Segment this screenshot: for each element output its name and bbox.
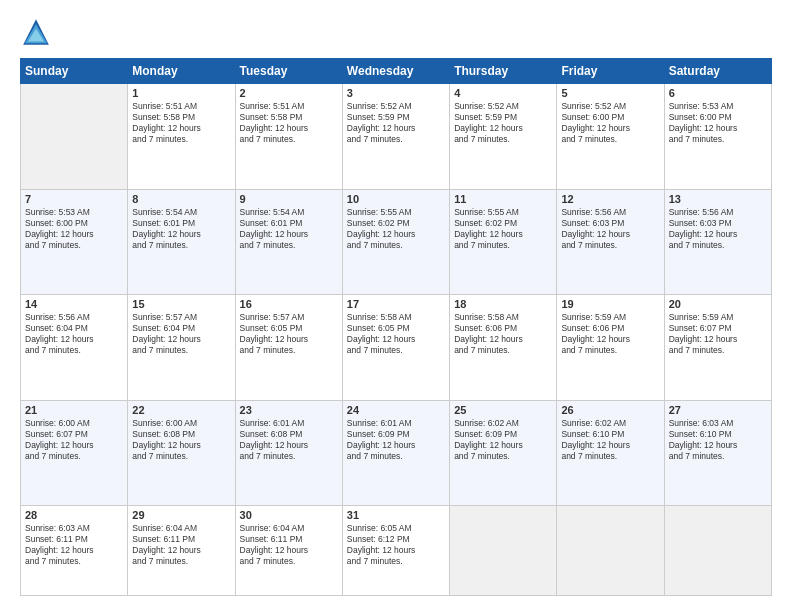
day-number: 14 xyxy=(25,298,123,310)
logo xyxy=(20,16,56,48)
week-row-0: 1Sunrise: 5:51 AM Sunset: 5:58 PM Daylig… xyxy=(21,84,772,190)
logo-icon xyxy=(20,16,52,48)
day-number: 30 xyxy=(240,509,338,521)
week-row-1: 7Sunrise: 5:53 AM Sunset: 6:00 PM Daylig… xyxy=(21,189,772,295)
calendar-cell: 4Sunrise: 5:52 AM Sunset: 5:59 PM Daylig… xyxy=(450,84,557,190)
calendar-cell: 28Sunrise: 6:03 AM Sunset: 6:11 PM Dayli… xyxy=(21,506,128,596)
day-number: 5 xyxy=(561,87,659,99)
calendar-cell: 18Sunrise: 5:58 AM Sunset: 6:06 PM Dayli… xyxy=(450,295,557,401)
calendar-cell: 19Sunrise: 5:59 AM Sunset: 6:06 PM Dayli… xyxy=(557,295,664,401)
day-number: 29 xyxy=(132,509,230,521)
calendar-cell: 15Sunrise: 5:57 AM Sunset: 6:04 PM Dayli… xyxy=(128,295,235,401)
calendar-table: SundayMondayTuesdayWednesdayThursdayFrid… xyxy=(20,58,772,596)
calendar-cell: 23Sunrise: 6:01 AM Sunset: 6:08 PM Dayli… xyxy=(235,400,342,506)
calendar-cell: 16Sunrise: 5:57 AM Sunset: 6:05 PM Dayli… xyxy=(235,295,342,401)
weekday-header-friday: Friday xyxy=(557,59,664,84)
day-info: Sunrise: 6:02 AM Sunset: 6:09 PM Dayligh… xyxy=(454,418,552,462)
day-info: Sunrise: 5:53 AM Sunset: 6:00 PM Dayligh… xyxy=(25,207,123,251)
day-info: Sunrise: 6:03 AM Sunset: 6:10 PM Dayligh… xyxy=(669,418,767,462)
day-number: 31 xyxy=(347,509,445,521)
weekday-header-thursday: Thursday xyxy=(450,59,557,84)
calendar-cell: 25Sunrise: 6:02 AM Sunset: 6:09 PM Dayli… xyxy=(450,400,557,506)
day-info: Sunrise: 6:02 AM Sunset: 6:10 PM Dayligh… xyxy=(561,418,659,462)
day-number: 12 xyxy=(561,193,659,205)
day-info: Sunrise: 5:54 AM Sunset: 6:01 PM Dayligh… xyxy=(240,207,338,251)
day-number: 16 xyxy=(240,298,338,310)
day-number: 27 xyxy=(669,404,767,416)
day-number: 7 xyxy=(25,193,123,205)
calendar-cell: 6Sunrise: 5:53 AM Sunset: 6:00 PM Daylig… xyxy=(664,84,771,190)
calendar-cell: 12Sunrise: 5:56 AM Sunset: 6:03 PM Dayli… xyxy=(557,189,664,295)
calendar-cell xyxy=(664,506,771,596)
day-number: 9 xyxy=(240,193,338,205)
day-number: 4 xyxy=(454,87,552,99)
week-row-4: 28Sunrise: 6:03 AM Sunset: 6:11 PM Dayli… xyxy=(21,506,772,596)
weekday-header-saturday: Saturday xyxy=(664,59,771,84)
calendar-cell: 20Sunrise: 5:59 AM Sunset: 6:07 PM Dayli… xyxy=(664,295,771,401)
day-number: 24 xyxy=(347,404,445,416)
calendar-header: SundayMondayTuesdayWednesdayThursdayFrid… xyxy=(21,59,772,84)
day-info: Sunrise: 5:56 AM Sunset: 6:03 PM Dayligh… xyxy=(561,207,659,251)
day-number: 6 xyxy=(669,87,767,99)
header xyxy=(20,16,772,48)
calendar-cell: 11Sunrise: 5:55 AM Sunset: 6:02 PM Dayli… xyxy=(450,189,557,295)
calendar-cell xyxy=(21,84,128,190)
day-number: 25 xyxy=(454,404,552,416)
day-number: 8 xyxy=(132,193,230,205)
day-info: Sunrise: 5:54 AM Sunset: 6:01 PM Dayligh… xyxy=(132,207,230,251)
calendar-cell: 13Sunrise: 5:56 AM Sunset: 6:03 PM Dayli… xyxy=(664,189,771,295)
calendar-cell: 1Sunrise: 5:51 AM Sunset: 5:58 PM Daylig… xyxy=(128,84,235,190)
weekday-header-tuesday: Tuesday xyxy=(235,59,342,84)
calendar-cell xyxy=(450,506,557,596)
day-info: Sunrise: 6:00 AM Sunset: 6:07 PM Dayligh… xyxy=(25,418,123,462)
day-number: 13 xyxy=(669,193,767,205)
day-info: Sunrise: 5:52 AM Sunset: 5:59 PM Dayligh… xyxy=(454,101,552,145)
week-row-2: 14Sunrise: 5:56 AM Sunset: 6:04 PM Dayli… xyxy=(21,295,772,401)
calendar-cell: 26Sunrise: 6:02 AM Sunset: 6:10 PM Dayli… xyxy=(557,400,664,506)
calendar-cell: 21Sunrise: 6:00 AM Sunset: 6:07 PM Dayli… xyxy=(21,400,128,506)
day-info: Sunrise: 5:52 AM Sunset: 6:00 PM Dayligh… xyxy=(561,101,659,145)
day-number: 22 xyxy=(132,404,230,416)
calendar-cell: 3Sunrise: 5:52 AM Sunset: 5:59 PM Daylig… xyxy=(342,84,449,190)
calendar-cell: 7Sunrise: 5:53 AM Sunset: 6:00 PM Daylig… xyxy=(21,189,128,295)
day-number: 10 xyxy=(347,193,445,205)
page: SundayMondayTuesdayWednesdayThursdayFrid… xyxy=(0,0,792,612)
calendar-cell: 5Sunrise: 5:52 AM Sunset: 6:00 PM Daylig… xyxy=(557,84,664,190)
day-info: Sunrise: 6:05 AM Sunset: 6:12 PM Dayligh… xyxy=(347,523,445,567)
day-number: 20 xyxy=(669,298,767,310)
day-number: 28 xyxy=(25,509,123,521)
calendar-cell: 8Sunrise: 5:54 AM Sunset: 6:01 PM Daylig… xyxy=(128,189,235,295)
calendar-cell: 10Sunrise: 5:55 AM Sunset: 6:02 PM Dayli… xyxy=(342,189,449,295)
calendar-cell: 24Sunrise: 6:01 AM Sunset: 6:09 PM Dayli… xyxy=(342,400,449,506)
calendar-cell xyxy=(557,506,664,596)
day-number: 21 xyxy=(25,404,123,416)
day-info: Sunrise: 5:53 AM Sunset: 6:00 PM Dayligh… xyxy=(669,101,767,145)
day-info: Sunrise: 6:04 AM Sunset: 6:11 PM Dayligh… xyxy=(132,523,230,567)
day-number: 1 xyxy=(132,87,230,99)
day-number: 11 xyxy=(454,193,552,205)
day-number: 26 xyxy=(561,404,659,416)
day-number: 23 xyxy=(240,404,338,416)
calendar-cell: 17Sunrise: 5:58 AM Sunset: 6:05 PM Dayli… xyxy=(342,295,449,401)
day-info: Sunrise: 5:59 AM Sunset: 6:07 PM Dayligh… xyxy=(669,312,767,356)
weekday-header-wednesday: Wednesday xyxy=(342,59,449,84)
day-info: Sunrise: 5:52 AM Sunset: 5:59 PM Dayligh… xyxy=(347,101,445,145)
calendar-cell: 30Sunrise: 6:04 AM Sunset: 6:11 PM Dayli… xyxy=(235,506,342,596)
calendar-cell: 9Sunrise: 5:54 AM Sunset: 6:01 PM Daylig… xyxy=(235,189,342,295)
day-info: Sunrise: 5:55 AM Sunset: 6:02 PM Dayligh… xyxy=(347,207,445,251)
day-info: Sunrise: 6:00 AM Sunset: 6:08 PM Dayligh… xyxy=(132,418,230,462)
day-info: Sunrise: 5:57 AM Sunset: 6:04 PM Dayligh… xyxy=(132,312,230,356)
weekday-header-sunday: Sunday xyxy=(21,59,128,84)
calendar-cell: 2Sunrise: 5:51 AM Sunset: 5:58 PM Daylig… xyxy=(235,84,342,190)
day-number: 2 xyxy=(240,87,338,99)
weekday-header-row: SundayMondayTuesdayWednesdayThursdayFrid… xyxy=(21,59,772,84)
day-number: 18 xyxy=(454,298,552,310)
day-info: Sunrise: 6:04 AM Sunset: 6:11 PM Dayligh… xyxy=(240,523,338,567)
day-info: Sunrise: 6:01 AM Sunset: 6:08 PM Dayligh… xyxy=(240,418,338,462)
day-number: 15 xyxy=(132,298,230,310)
day-info: Sunrise: 5:55 AM Sunset: 6:02 PM Dayligh… xyxy=(454,207,552,251)
day-info: Sunrise: 5:56 AM Sunset: 6:04 PM Dayligh… xyxy=(25,312,123,356)
day-info: Sunrise: 5:51 AM Sunset: 5:58 PM Dayligh… xyxy=(132,101,230,145)
day-info: Sunrise: 6:03 AM Sunset: 6:11 PM Dayligh… xyxy=(25,523,123,567)
calendar-cell: 31Sunrise: 6:05 AM Sunset: 6:12 PM Dayli… xyxy=(342,506,449,596)
